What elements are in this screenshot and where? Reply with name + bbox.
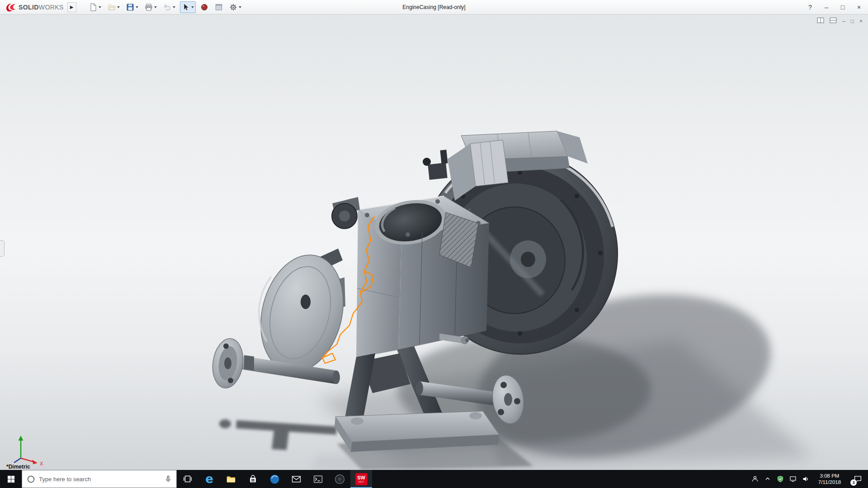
minimize-icon: – — [825, 4, 828, 11]
start-button[interactable] — [0, 470, 22, 488]
taskbar-store-button[interactable] — [242, 470, 264, 488]
maximize-button[interactable]: □ — [835, 0, 851, 14]
dropdown-arrow-icon[interactable] — [191, 6, 194, 8]
search-input[interactable] — [39, 476, 161, 483]
select-cursor-icon — [182, 3, 190, 11]
mail-icon — [292, 475, 301, 483]
tray-people-button[interactable] — [749, 470, 761, 488]
close-icon: × — [857, 4, 861, 11]
split-vertical-icon — [817, 17, 824, 23]
split-horizontal-icon — [830, 17, 837, 23]
document-minimize-button[interactable]: – — [842, 18, 845, 24]
shield-icon — [777, 475, 784, 483]
document-title: EngineCasing [Read-only] — [402, 0, 465, 14]
solidworks-brand: SOLIDWORKS — [0, 2, 67, 12]
tray-defender-button[interactable] — [774, 470, 787, 488]
store-icon — [249, 475, 257, 483]
graphics-area[interactable]: – □ × X *Dimetric — [0, 14, 868, 470]
solidworks-app-icon: SW 2017 — [355, 473, 368, 485]
document-minimize-icon: – — [842, 18, 845, 24]
menu-flyout-button[interactable]: ▶ — [67, 2, 76, 12]
dropdown-arrow-icon[interactable] — [99, 6, 101, 8]
taskbar-solidworks-button[interactable]: SW 2017 — [350, 470, 372, 488]
triad-x-arrow — [32, 460, 38, 465]
system-tray — [749, 470, 812, 488]
viewport-split-horizontal-button[interactable] — [830, 17, 837, 25]
tray-volume-button[interactable] — [799, 470, 812, 488]
network-icon — [789, 475, 797, 483]
open-folder-icon — [108, 3, 116, 11]
document-restore-button[interactable]: □ — [851, 18, 854, 24]
solidworks-icon-year: 2017 — [358, 480, 364, 483]
triad-x-label: X — [40, 461, 43, 466]
dropdown-arrow-icon[interactable] — [239, 6, 241, 8]
select-button[interactable] — [180, 1, 196, 13]
solidworks-window: SOLIDWORKS ▶ — [0, 0, 868, 488]
taskbar-edge-button[interactable]: e — [198, 470, 220, 488]
save-button[interactable] — [124, 1, 140, 13]
title-bar: SOLIDWORKS ▶ — [0, 0, 868, 14]
viewport-split-vertical-button[interactable] — [817, 17, 824, 25]
triad-y-arrow — [19, 436, 24, 441]
appearance-sphere-icon — [200, 3, 208, 11]
help-button[interactable]: ? — [802, 0, 818, 14]
triad-z-arrow — [14, 458, 21, 463]
taskbar-command-prompt-button[interactable] — [307, 470, 329, 488]
left-panel-flyout-tab[interactable] — [0, 240, 5, 257]
dropdown-arrow-icon[interactable] — [117, 6, 120, 8]
standard-toolbar — [87, 1, 243, 13]
open-button[interactable] — [106, 1, 122, 13]
taskbar-search[interactable] — [22, 470, 177, 488]
window-controls: ? – □ × — [802, 0, 867, 14]
model-canvas[interactable] — [0, 14, 868, 470]
tray-network-button[interactable] — [787, 470, 799, 488]
chevron-up-icon — [765, 476, 770, 482]
print-button[interactable] — [143, 1, 159, 13]
save-icon — [126, 3, 134, 11]
dropdown-arrow-icon[interactable] — [173, 6, 175, 8]
windows-taskbar: e SW 2017 — [0, 470, 868, 488]
file-explorer-icon — [226, 475, 236, 483]
blue-circle-app-icon — [269, 474, 280, 484]
close-button[interactable]: × — [851, 0, 867, 14]
orientation-triad: X — [5, 432, 47, 466]
document-restore-icon: □ — [851, 18, 854, 24]
document-close-button[interactable]: × — [859, 18, 863, 24]
table-grid-icon — [215, 3, 223, 11]
maximize-icon: □ — [841, 4, 844, 11]
undo-icon — [163, 3, 171, 11]
gear-icon — [229, 3, 237, 11]
notification-badge: 3 — [850, 479, 857, 486]
document-window-controls: – □ × — [817, 17, 863, 25]
volume-icon — [802, 475, 809, 483]
action-center-button[interactable]: 3 — [847, 470, 868, 488]
options-button[interactable] — [227, 1, 243, 13]
taskbar-blue-app-button[interactable] — [264, 470, 285, 488]
undo-button[interactable] — [161, 1, 177, 13]
task-view-button[interactable] — [177, 470, 198, 488]
appearance-button[interactable] — [198, 1, 210, 13]
dropdown-arrow-icon[interactable] — [136, 6, 138, 8]
valve-assembly — [423, 150, 448, 180]
help-icon: ? — [808, 4, 812, 11]
table-button[interactable] — [213, 1, 225, 13]
command-prompt-icon — [313, 475, 323, 483]
document-close-icon: × — [859, 18, 863, 24]
minimize-button[interactable]: – — [818, 0, 835, 14]
tray-hidden-icons-button[interactable] — [761, 470, 774, 488]
clock-time: 3:08 PM — [820, 473, 840, 479]
taskbar-file-explorer-button[interactable] — [220, 470, 242, 488]
view-orientation-label: *Dimetric — [6, 464, 30, 470]
cortana-icon — [27, 475, 35, 483]
taskbar-clock[interactable]: 3:08 PM 7/11/2018 — [812, 470, 847, 488]
solidworks-wordmark: SOLIDWORKS — [19, 4, 64, 11]
microphone-icon[interactable] — [165, 475, 172, 483]
wordmark-solid: SOLID — [19, 4, 39, 11]
dropdown-arrow-icon[interactable] — [154, 6, 157, 8]
crankcase-block — [356, 195, 489, 358]
print-icon — [145, 3, 153, 11]
new-document-button[interactable] — [87, 1, 103, 13]
taskbar-dark-app-button[interactable] — [329, 470, 350, 488]
solidworks-logo-icon — [5, 2, 16, 12]
taskbar-mail-button[interactable] — [285, 470, 307, 488]
